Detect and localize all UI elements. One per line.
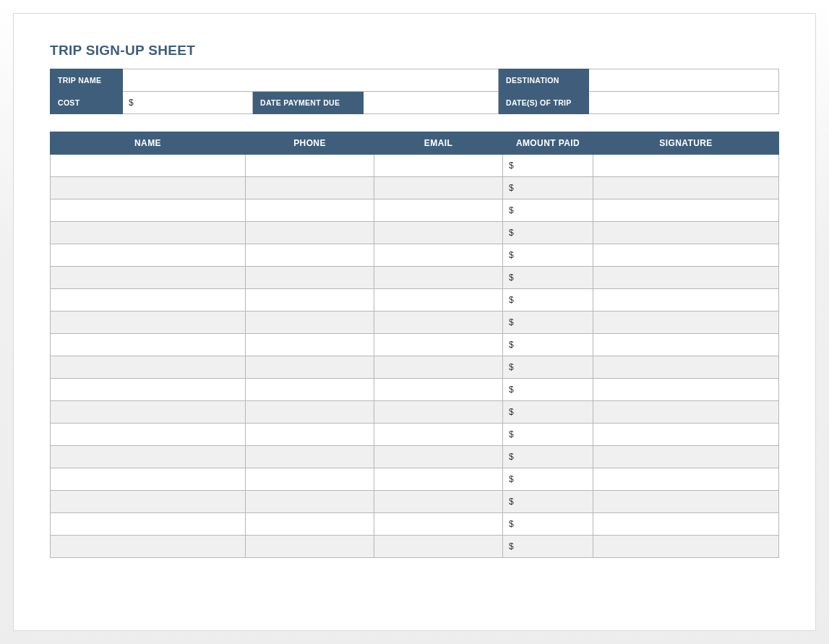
cell-amount-paid[interactable]: $ — [503, 199, 593, 222]
cell-email[interactable] — [374, 536, 503, 558]
cell-amount-paid[interactable]: $ — [503, 177, 593, 199]
cell-signature[interactable] — [593, 491, 779, 513]
cell-signature[interactable] — [593, 468, 779, 491]
cell-phone[interactable] — [246, 446, 374, 468]
cell-name[interactable] — [51, 468, 246, 491]
cell-signature[interactable] — [593, 222, 779, 244]
cell-email[interactable] — [374, 491, 503, 513]
cell-amount-paid[interactable]: $ — [503, 267, 593, 289]
cell-signature[interactable] — [593, 446, 779, 468]
cell-signature[interactable] — [593, 244, 779, 267]
cell-signature[interactable] — [593, 312, 779, 334]
cell-name[interactable] — [51, 222, 246, 244]
cell-signature[interactable] — [593, 334, 779, 356]
table-row: $ — [51, 356, 779, 379]
cell-amount-paid[interactable]: $ — [503, 513, 593, 536]
cell-email[interactable] — [374, 289, 503, 312]
cell-signature[interactable] — [593, 401, 779, 424]
cell-amount-paid[interactable]: $ — [503, 424, 593, 446]
cell-amount-paid[interactable]: $ — [503, 155, 593, 177]
cell-signature[interactable] — [593, 177, 779, 199]
cell-email[interactable] — [374, 244, 503, 267]
value-trip-name[interactable] — [123, 69, 499, 92]
cell-amount-paid[interactable]: $ — [503, 289, 593, 312]
cell-phone[interactable] — [246, 312, 374, 334]
cell-name[interactable] — [51, 446, 246, 468]
cell-phone[interactable] — [246, 379, 374, 401]
cell-email[interactable] — [374, 379, 503, 401]
table-row: $ — [51, 468, 779, 491]
cell-name[interactable] — [51, 177, 246, 199]
value-destination[interactable] — [589, 69, 779, 92]
cell-phone[interactable] — [246, 401, 374, 424]
cell-signature[interactable] — [593, 379, 779, 401]
cell-email[interactable] — [374, 468, 503, 491]
cell-phone[interactable] — [246, 536, 374, 558]
cell-amount-paid[interactable]: $ — [503, 491, 593, 513]
cell-name[interactable] — [51, 244, 246, 267]
cell-phone[interactable] — [246, 199, 374, 222]
cell-name[interactable] — [51, 513, 246, 536]
cell-email[interactable] — [374, 513, 503, 536]
cell-email[interactable] — [374, 312, 503, 334]
col-header-name: NAME — [51, 132, 246, 155]
cell-amount-paid[interactable]: $ — [503, 446, 593, 468]
cell-phone[interactable] — [246, 424, 374, 446]
cell-email[interactable] — [374, 446, 503, 468]
cell-name[interactable] — [51, 536, 246, 558]
cell-amount-paid[interactable]: $ — [503, 312, 593, 334]
cell-email[interactable] — [374, 334, 503, 356]
cell-email[interactable] — [374, 401, 503, 424]
cell-email[interactable] — [374, 222, 503, 244]
cell-name[interactable] — [51, 491, 246, 513]
cell-amount-paid[interactable]: $ — [503, 379, 593, 401]
cell-signature[interactable] — [593, 513, 779, 536]
cell-name[interactable] — [51, 199, 246, 222]
cell-email[interactable] — [374, 199, 503, 222]
cell-phone[interactable] — [246, 513, 374, 536]
cell-name[interactable] — [51, 267, 246, 289]
cell-signature[interactable] — [593, 199, 779, 222]
cell-signature[interactable] — [593, 289, 779, 312]
value-dates-of-trip[interactable] — [589, 92, 779, 114]
cell-phone[interactable] — [246, 244, 374, 267]
cell-name[interactable] — [51, 379, 246, 401]
cell-email[interactable] — [374, 356, 503, 379]
cell-amount-paid[interactable]: $ — [503, 334, 593, 356]
cell-signature[interactable] — [593, 536, 779, 558]
cell-phone[interactable] — [246, 468, 374, 491]
cell-signature[interactable] — [593, 356, 779, 379]
cell-phone[interactable] — [246, 334, 374, 356]
cell-phone[interactable] — [246, 177, 374, 199]
cell-name[interactable] — [51, 424, 246, 446]
cell-name[interactable] — [51, 401, 246, 424]
value-date-payment-due[interactable] — [364, 92, 499, 114]
cell-amount-paid[interactable]: $ — [503, 244, 593, 267]
cell-phone[interactable] — [246, 491, 374, 513]
cell-signature[interactable] — [593, 155, 779, 177]
cell-name[interactable] — [51, 155, 246, 177]
cell-phone[interactable] — [246, 289, 374, 312]
cell-name[interactable] — [51, 334, 246, 356]
cell-signature[interactable] — [593, 424, 779, 446]
cell-phone[interactable] — [246, 155, 374, 177]
cell-email[interactable] — [374, 267, 503, 289]
table-row: $ — [51, 244, 779, 267]
cell-phone[interactable] — [246, 222, 374, 244]
cell-amount-paid[interactable]: $ — [503, 468, 593, 491]
cell-email[interactable] — [374, 424, 503, 446]
cell-amount-paid[interactable]: $ — [503, 356, 593, 379]
cell-name[interactable] — [51, 312, 246, 334]
cell-phone[interactable] — [246, 267, 374, 289]
cell-name[interactable] — [51, 356, 246, 379]
cell-phone[interactable] — [246, 356, 374, 379]
cell-amount-paid[interactable]: $ — [503, 401, 593, 424]
value-cost[interactable]: $ — [123, 92, 253, 114]
cell-signature[interactable] — [593, 267, 779, 289]
cell-email[interactable] — [374, 155, 503, 177]
cell-email[interactable] — [374, 177, 503, 199]
table-row: $ — [51, 177, 779, 199]
cell-name[interactable] — [51, 289, 246, 312]
cell-amount-paid[interactable]: $ — [503, 536, 593, 558]
cell-amount-paid[interactable]: $ — [503, 222, 593, 244]
